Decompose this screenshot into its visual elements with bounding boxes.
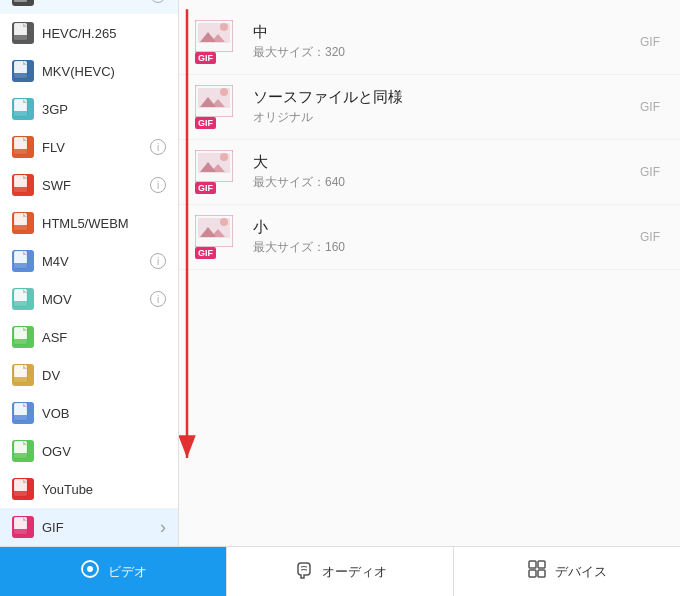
svg-rect-84 xyxy=(529,561,536,568)
preset-item-medium[interactable]: GIF 中最大サイズ：320GIF xyxy=(179,10,680,75)
youtube-icon xyxy=(12,478,34,500)
bottom-nav-device[interactable]: デバイス xyxy=(454,547,680,596)
bottom-nav-icon-video xyxy=(80,559,100,584)
svg-rect-85 xyxy=(538,561,545,568)
ogv-icon xyxy=(12,440,34,462)
content-area: GIF 中最大サイズ：320GIF GIF ソースファイルと同様オリジナルGIF… xyxy=(179,0,680,546)
svg-rect-39 xyxy=(14,339,27,344)
svg-rect-55 xyxy=(14,491,27,496)
sidebar-item-m4v[interactable]: M4Vi xyxy=(0,242,178,280)
svg-rect-59 xyxy=(14,529,27,534)
sidebar-item-label-gif: GIF xyxy=(42,520,160,535)
mkv-icon xyxy=(12,60,34,82)
vob-icon xyxy=(12,402,34,424)
3gp-icon xyxy=(12,98,34,120)
preset-item-small[interactable]: GIF 小最大サイズ：160GIF xyxy=(179,205,680,270)
sidebar-item-label-asf: ASF xyxy=(42,330,166,345)
sidebar-item-ogv[interactable]: OGV xyxy=(0,432,178,470)
bottom-nav-label-audio: オーディオ xyxy=(322,563,387,581)
preset-subtitle-large: 最大サイズ：640 xyxy=(253,174,630,191)
hevc-icon xyxy=(12,22,34,44)
sidebar-item-label-wmv: WMV xyxy=(42,0,150,3)
sidebar-item-wmv[interactable]: WMVi xyxy=(0,0,178,14)
sidebar-item-flv[interactable]: FLVi xyxy=(0,128,178,166)
sidebar-item-mov[interactable]: MOVi xyxy=(0,280,178,318)
sidebar-item-asf[interactable]: ASF xyxy=(0,318,178,356)
svg-point-83 xyxy=(87,566,93,572)
sidebar-item-label-flv: FLV xyxy=(42,140,150,155)
svg-rect-35 xyxy=(14,301,27,306)
bottom-nav: ビデオオーディオデバイス xyxy=(0,546,680,596)
info-icon[interactable]: i xyxy=(150,291,166,307)
preset-item-source[interactable]: GIF ソースファイルと同様オリジナルGIF xyxy=(179,75,680,140)
gif-badge: GIF xyxy=(195,182,216,194)
sidebar-scroll[interactable]: WMVi HEVC/H.265 MKV(HEVC) 3GP FLVi SWFi … xyxy=(0,0,178,546)
sidebar-item-label-m4v: M4V xyxy=(42,254,150,269)
preset-title-small: 小 xyxy=(253,218,630,237)
asf-icon xyxy=(12,326,34,348)
svg-rect-11 xyxy=(14,73,27,78)
preset-icon-small: GIF xyxy=(195,215,239,259)
preset-title-medium: 中 xyxy=(253,23,630,42)
gif-badge: GIF xyxy=(195,247,216,259)
chevron-right-icon: › xyxy=(160,517,166,538)
svg-rect-7 xyxy=(14,35,27,40)
bottom-nav-video[interactable]: ビデオ xyxy=(0,547,227,596)
sidebar-item-label-mkv: MKV(HEVC) xyxy=(42,64,166,79)
svg-rect-86 xyxy=(529,570,536,577)
preset-info-source: ソースファイルと同様オリジナル xyxy=(253,88,630,126)
sidebar-item-vob[interactable]: VOB xyxy=(0,394,178,432)
sidebar-item-gif[interactable]: GIF› xyxy=(0,508,178,546)
svg-point-71 xyxy=(220,88,228,96)
info-icon[interactable]: i xyxy=(150,253,166,269)
bottom-nav-audio[interactable]: オーディオ xyxy=(227,547,454,596)
sidebar-item-label-mov: MOV xyxy=(42,292,150,307)
preset-item-large[interactable]: GIF 大最大サイズ：640GIF xyxy=(179,140,680,205)
sidebar-item-hevc[interactable]: HEVC/H.265 xyxy=(0,14,178,52)
svg-rect-87 xyxy=(538,570,545,577)
preset-subtitle-source: オリジナル xyxy=(253,109,630,126)
preset-info-medium: 中最大サイズ：320 xyxy=(253,23,630,61)
sidebar-item-label-3gp: 3GP xyxy=(42,102,166,117)
sidebar-item-label-vob: VOB xyxy=(42,406,166,421)
preset-format-small: GIF xyxy=(640,230,660,244)
svg-rect-51 xyxy=(14,453,27,458)
svg-rect-15 xyxy=(14,111,27,116)
svg-rect-3 xyxy=(14,0,27,2)
gif-badge: GIF xyxy=(195,117,216,129)
sidebar-item-swf[interactable]: SWFi xyxy=(0,166,178,204)
preset-icon-medium: GIF xyxy=(195,20,239,64)
html5-icon xyxy=(12,212,34,234)
preset-title-large: 大 xyxy=(253,153,630,172)
bottom-nav-icon-device xyxy=(527,559,547,584)
preset-format-source: GIF xyxy=(640,100,660,114)
preset-subtitle-medium: 最大サイズ：320 xyxy=(253,44,630,61)
sidebar-item-youtube[interactable]: YouTube xyxy=(0,470,178,508)
sidebar-item-mkv[interactable]: MKV(HEVC) xyxy=(0,52,178,90)
sidebar-item-label-ogv: OGV xyxy=(42,444,166,459)
preset-title-source: ソースファイルと同様 xyxy=(253,88,630,107)
sidebar-item-html5[interactable]: HTML5/WEBM xyxy=(0,204,178,242)
swf-icon xyxy=(12,174,34,196)
svg-point-81 xyxy=(220,218,228,226)
sidebar-item-label-hevc: HEVC/H.265 xyxy=(42,26,166,41)
info-icon[interactable]: i xyxy=(150,139,166,155)
main-area: WMVi HEVC/H.265 MKV(HEVC) 3GP FLVi SWFi … xyxy=(0,0,680,546)
info-icon[interactable]: i xyxy=(150,177,166,193)
flv-icon xyxy=(12,136,34,158)
sidebar-item-3gp[interactable]: 3GP xyxy=(0,90,178,128)
mov-icon xyxy=(12,288,34,310)
sidebar-item-dv[interactable]: DV xyxy=(0,356,178,394)
bottom-nav-label-device: デバイス xyxy=(555,563,607,581)
svg-rect-31 xyxy=(14,263,27,268)
sidebar-item-label-youtube: YouTube xyxy=(42,482,166,497)
sidebar: WMVi HEVC/H.265 MKV(HEVC) 3GP FLVi SWFi … xyxy=(0,0,179,546)
preset-format-medium: GIF xyxy=(640,35,660,49)
wmv-icon xyxy=(12,0,34,6)
bottom-nav-icon-audio xyxy=(294,559,314,584)
svg-point-76 xyxy=(220,153,228,161)
preset-info-large: 大最大サイズ：640 xyxy=(253,153,630,191)
svg-rect-43 xyxy=(14,377,27,382)
svg-rect-47 xyxy=(14,415,27,420)
info-icon[interactable]: i xyxy=(150,0,166,3)
